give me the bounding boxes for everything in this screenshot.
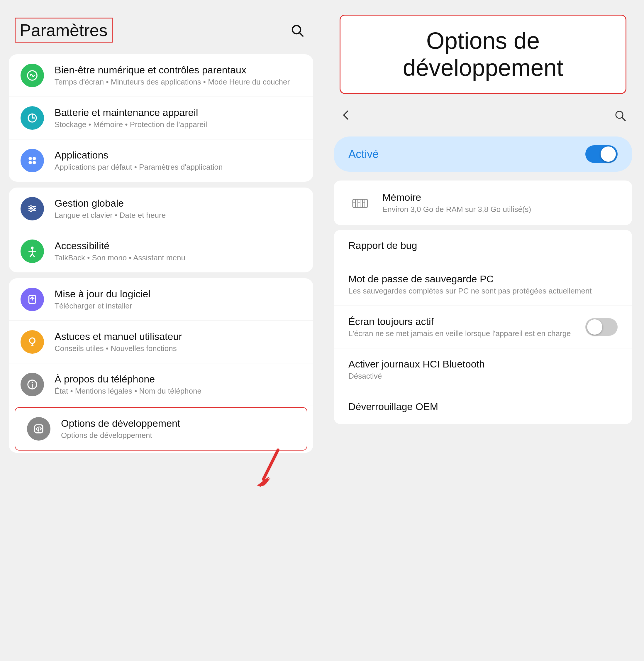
svg-point-5 (32, 157, 36, 160)
bien-etre-title: Bien-être numérique et contrôles parenta… (54, 64, 301, 76)
accessibilite-title: Accessibilité (54, 240, 301, 251)
sidebar-item-astuces[interactable]: Astuces et manuel utilisateur Conseils u… (9, 321, 313, 363)
sidebar-item-gestion-globale[interactable]: Gestion globale Langue et clavier • Date… (9, 188, 313, 230)
right-title: Options de développement (358, 27, 608, 81)
accessibilite-text: Accessibilité TalkBack • Son mono • Assi… (54, 240, 301, 262)
options-dev-title: Options de développement (61, 418, 295, 429)
active-label: Activé (348, 148, 378, 160)
memory-title: Mémoire (383, 192, 531, 203)
active-toggle-row[interactable]: Activé (334, 136, 632, 172)
journaux-hci-item[interactable]: Activer journaux HCI Bluetooth Désactivé (334, 348, 632, 391)
ecran-actif-subtitle: L'écran ne se met jamais en veille lorsq… (348, 329, 579, 338)
sidebar-item-a-propos[interactable]: À propos du téléphone État • Mentions lé… (9, 363, 313, 406)
sidebar-item-bien-etre[interactable]: Bien-être numérique et contrôles parenta… (9, 54, 313, 97)
ecran-toggle-knob (587, 320, 602, 335)
svg-line-18 (32, 254, 34, 257)
settings-group-2: Gestion globale Langue et clavier • Date… (9, 188, 313, 272)
options-dev-subtitle: Options de développement (61, 431, 295, 440)
settings-group-3: Mise à jour du logiciel Télécharger et i… (9, 278, 313, 453)
mot-de-passe-title: Mot de passe de sauvegarde PC (348, 273, 618, 285)
bien-etre-subtitle: Temps d'écran • Minuteurs des applicatio… (54, 78, 301, 87)
svg-line-33 (622, 117, 625, 120)
left-header: Paramètres (0, 12, 322, 51)
gestion-text: Gestion globale Langue et clavier • Date… (54, 198, 301, 220)
svg-point-13 (30, 210, 32, 212)
mise-a-jour-title: Mise à jour du logiciel (54, 288, 301, 300)
mise-a-jour-icon (21, 288, 44, 311)
batterie-title: Batterie et maintenance appareil (54, 107, 301, 118)
a-propos-subtitle: État • Mentions légales • Nom du télépho… (54, 387, 301, 396)
settings-list: Rapport de bug Mot de passe de sauvegard… (334, 230, 632, 424)
right-search-button[interactable] (614, 109, 626, 125)
sidebar-item-batterie[interactable]: Batterie et maintenance appareil Stockag… (9, 97, 313, 139)
accessibilite-icon (21, 240, 44, 263)
right-title-box: Options de développement (340, 15, 626, 94)
astuces-subtitle: Conseils utiles • Nouvelles fonctions (54, 344, 301, 353)
svg-point-6 (28, 161, 32, 164)
astuces-icon (21, 330, 44, 354)
a-propos-icon (21, 373, 44, 396)
toggle-knob (601, 147, 616, 162)
sidebar-item-applications[interactable]: Applications Applications par défaut • P… (9, 139, 313, 182)
deverrouillage-oem-item[interactable]: Déverrouillage OEM (334, 391, 632, 424)
memory-card[interactable]: Mémoire Environ 3,0 Go de RAM sur 3,8 Go… (334, 180, 632, 225)
gestion-title: Gestion globale (54, 198, 301, 209)
svg-point-4 (28, 157, 32, 160)
rapport-bug-title: Rapport de bug (348, 240, 618, 251)
svg-line-1 (300, 33, 303, 36)
batterie-icon (21, 106, 44, 130)
bien-etre-icon (21, 64, 44, 87)
astuces-text: Astuces et manuel utilisateur Conseils u… (54, 331, 301, 353)
right-content: Mémoire Environ 3,0 Go de RAM sur 3,8 Go… (322, 175, 644, 661)
bien-etre-text: Bien-être numérique et contrôles parenta… (54, 64, 301, 87)
mot-de-passe-subtitle: Les sauvegardes complètes sur PC ne sont… (348, 286, 618, 295)
astuces-title: Astuces et manuel utilisateur (54, 331, 301, 342)
mise-a-jour-text: Mise à jour du logiciel Télécharger et i… (54, 288, 301, 311)
journaux-hci-subtitle: Désactivé (348, 372, 618, 381)
applications-text: Applications Applications par défaut • P… (54, 149, 301, 172)
right-panel: Options de développement Activé (322, 0, 644, 661)
active-toggle[interactable] (585, 145, 618, 163)
svg-point-7 (32, 161, 36, 164)
rapport-bug-item[interactable]: Rapport de bug (334, 230, 632, 263)
applications-icon (21, 149, 44, 172)
options-dev-icon (27, 417, 50, 441)
sidebar-item-mise-a-jour[interactable]: Mise à jour du logiciel Télécharger et i… (9, 278, 313, 321)
settings-group-1: Bien-être numérique et contrôles parenta… (9, 54, 313, 182)
svg-point-11 (30, 206, 32, 208)
sidebar-item-options-dev[interactable]: Options de développement Options de déve… (15, 407, 307, 450)
search-button[interactable] (287, 20, 307, 41)
svg-point-21 (30, 338, 35, 343)
accessibilite-subtitle: TalkBack • Son mono • Assistant menu (54, 253, 301, 262)
svg-point-12 (32, 208, 34, 210)
batterie-subtitle: Stockage • Mémoire • Protection de l'app… (54, 120, 301, 129)
memory-subtitle: Environ 3,0 Go de RAM sur 3,8 Go utilisé… (383, 205, 531, 214)
journaux-hci-title: Activer journaux HCI Bluetooth (348, 358, 618, 370)
right-nav (322, 103, 644, 131)
svg-line-29 (263, 450, 278, 479)
svg-line-28 (39, 426, 39, 431)
mot-de-passe-item[interactable]: Mot de passe de sauvegarde PC Les sauveg… (334, 263, 632, 306)
mise-a-jour-subtitle: Télécharger et installer (54, 302, 301, 311)
batterie-text: Batterie et maintenance appareil Stockag… (54, 107, 301, 129)
sidebar-item-accessibilite[interactable]: Accessibilité TalkBack • Son mono • Assi… (9, 230, 313, 272)
ecran-actif-title: Écran toujours actif (348, 316, 579, 327)
applications-subtitle: Applications par défaut • Paramètres d'a… (54, 162, 301, 172)
arrow-indicator (0, 447, 322, 488)
memory-icon (348, 191, 372, 215)
a-propos-text: À propos du téléphone État • Mentions lé… (54, 373, 301, 396)
gestion-icon (21, 197, 44, 220)
back-button[interactable] (340, 109, 352, 125)
ecran-actif-item[interactable]: Écran toujours actif L'écran ne se met j… (334, 306, 632, 348)
page-title: Paramètres (15, 18, 113, 43)
ecran-actif-toggle[interactable] (585, 318, 618, 336)
options-dev-text: Options de développement Options de déve… (61, 418, 295, 440)
deverrouillage-oem-title: Déverrouillage OEM (348, 401, 618, 412)
applications-title: Applications (54, 149, 301, 161)
left-panel: Paramètres Bien-être numérique et contrô… (0, 0, 322, 661)
gestion-subtitle: Langue et clavier • Date et heure (54, 211, 301, 220)
a-propos-title: À propos du téléphone (54, 373, 301, 385)
svg-point-25 (32, 382, 33, 383)
